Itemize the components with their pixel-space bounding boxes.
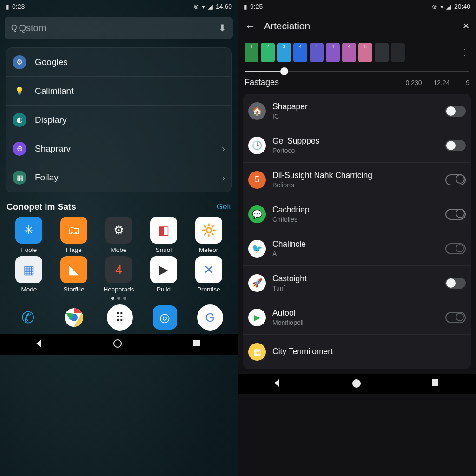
- settings-row-icon: 🕒: [248, 137, 266, 154]
- settings-row-title: Autool: [272, 308, 445, 318]
- color-swatch[interactable]: 2: [261, 43, 275, 62]
- nav-home-icon[interactable]: [351, 378, 363, 390]
- quick-settings-card: ⚙ Googles 💡 Calimilant ◐ Displary ⊕ Shap…: [6, 47, 232, 192]
- app-item[interactable]: ◣ Starflile: [52, 256, 97, 293]
- app-item[interactable]: ✕ Prontise: [186, 256, 231, 293]
- tools-icon[interactable]: ✕: [463, 21, 469, 31]
- slider-tick: 0.230: [400, 79, 428, 86]
- chevron-right-icon: ›: [222, 143, 225, 154]
- quick-row[interactable]: ◐ Displary: [6, 106, 231, 134]
- svg-rect-3: [193, 340, 200, 346]
- app-label: Puild: [157, 286, 171, 293]
- app-icon: ▦: [15, 256, 42, 283]
- color-swatch[interactable]: [391, 43, 405, 62]
- settings-row-title: Cachdriep: [272, 205, 445, 215]
- camera-app[interactable]: ◎: [153, 305, 177, 330]
- toggle[interactable]: [445, 209, 466, 220]
- wifi-icon: ▾: [202, 3, 205, 10]
- settings-row-subtitle: Tunf: [272, 284, 445, 292]
- signal-icon: ◢: [208, 3, 213, 10]
- row-label: Shaprarv: [35, 144, 222, 154]
- toggle[interactable]: [445, 278, 466, 289]
- palette-more-icon[interactable]: ⋮: [461, 47, 469, 58]
- pager-dot: [117, 297, 120, 300]
- toggle[interactable]: [445, 106, 466, 117]
- color-swatch[interactable]: 1: [245, 43, 258, 62]
- nav-recent-icon[interactable]: [192, 339, 204, 350]
- settings-row-icon: 5: [248, 171, 266, 189]
- settings-row-title: Dil-Susight Nahk Charricing: [272, 171, 445, 180]
- search-placeholder: Qstom: [19, 23, 218, 33]
- app-icon: ✕: [195, 256, 222, 283]
- settings-header: ← Arteciation ✕: [238, 13, 476, 39]
- toggle[interactable]: [445, 140, 466, 151]
- nav-bar-left: [0, 334, 238, 355]
- google-app[interactable]: G: [197, 304, 223, 331]
- app-item[interactable]: 4 Heaporads: [96, 256, 141, 293]
- color-swatch[interactable]: 5: [358, 43, 372, 62]
- status-bar-right: ▮ 9:25 ⊚ ▾ ◢ 20:40: [238, 0, 476, 13]
- color-swatch[interactable]: [375, 43, 389, 62]
- drawer-button[interactable]: ⠿: [107, 304, 133, 331]
- toggle[interactable]: [445, 243, 466, 254]
- signal-icon: ◢: [446, 3, 451, 10]
- settings-row-title: Chalincle: [272, 239, 445, 249]
- row-icon: ⚙: [13, 55, 26, 69]
- app-label: Heaporads: [103, 286, 134, 293]
- app-label: Starflile: [63, 286, 84, 293]
- page-title: Arteciation: [264, 20, 454, 32]
- app-label: Prontise: [197, 286, 220, 293]
- chrome-app[interactable]: [61, 304, 87, 331]
- phone-app[interactable]: ✆: [15, 304, 41, 331]
- section-action[interactable]: Gelt: [217, 202, 231, 212]
- app-icon: 4: [105, 256, 132, 283]
- quick-row[interactable]: ⚙ Googles: [6, 48, 231, 77]
- search-bar[interactable]: Q Qstom ⬇: [5, 17, 233, 39]
- back-button[interactable]: ←: [245, 20, 256, 33]
- quick-row[interactable]: ⊕ Shaprarv ›: [6, 134, 231, 163]
- settings-row[interactable]: 💬 Cachdriep Chifolles: [243, 197, 471, 231]
- mic-icon[interactable]: ⬇: [218, 22, 226, 33]
- app-item[interactable]: ⚙ Mobe: [96, 217, 141, 253]
- settings-row-subtitle: Beliorts: [272, 181, 445, 189]
- app-icon: ▶: [150, 256, 177, 283]
- quick-row[interactable]: ▦ Foilay ›: [6, 163, 231, 192]
- row-label: Foilay: [35, 172, 222, 183]
- status-battery: 14.60: [216, 3, 232, 10]
- nav-back-icon[interactable]: [272, 378, 283, 390]
- slider-track[interactable]: [245, 71, 469, 72]
- settings-row[interactable]: 🕒 Gei Supppes Portoco: [243, 128, 471, 163]
- app-item[interactable]: ◧ Snuol: [141, 217, 186, 253]
- toggle[interactable]: [445, 312, 466, 323]
- settings-row[interactable]: ▦ City Tenmilomert: [243, 335, 471, 369]
- color-swatch[interactable]: 3: [277, 43, 291, 62]
- app-item[interactable]: 🔆 Meleor: [186, 217, 231, 253]
- settings-row-title: City Tenmilomert: [272, 347, 466, 357]
- color-swatch[interactable]: 4: [293, 43, 307, 62]
- svg-point-2: [114, 340, 121, 347]
- nav-recent-icon[interactable]: [431, 378, 442, 390]
- app-item[interactable]: ▶ Puild: [141, 256, 186, 293]
- settings-row-subtitle: A: [272, 250, 445, 258]
- settings-row[interactable]: 5 Dil-Susight Nahk Charricing Beliorts: [243, 163, 471, 197]
- settings-row-icon: 🏠: [248, 102, 266, 120]
- color-swatch[interactable]: 4: [326, 43, 340, 62]
- settings-row[interactable]: 🚀 Castoight Tunf: [243, 266, 471, 300]
- toggle[interactable]: [445, 174, 466, 185]
- nav-back-icon[interactable]: [34, 339, 45, 350]
- settings-row[interactable]: 🏠 Shapaper IC: [243, 94, 471, 128]
- quick-row[interactable]: 💡 Calimilant: [6, 77, 231, 106]
- color-swatch[interactable]: 4: [310, 43, 324, 62]
- section-title: Conopet im Sats: [7, 202, 76, 212]
- app-item[interactable]: 🗂 Flage: [52, 217, 97, 253]
- slider-thumb[interactable]: [280, 67, 288, 75]
- slider-tick: 9: [456, 79, 469, 86]
- battery-icon: ▮: [6, 3, 9, 10]
- settings-row[interactable]: ▶ Autool Monifiopell: [243, 300, 471, 335]
- nav-home-icon[interactable]: [113, 339, 124, 350]
- settings-row-title: Gei Supppes: [272, 136, 445, 146]
- settings-row[interactable]: 🐦 Chalincle A: [243, 231, 471, 266]
- color-swatch[interactable]: 4: [342, 43, 356, 62]
- app-item[interactable]: ▦ Mode: [7, 256, 52, 293]
- app-item[interactable]: ✳ Foole: [7, 217, 52, 253]
